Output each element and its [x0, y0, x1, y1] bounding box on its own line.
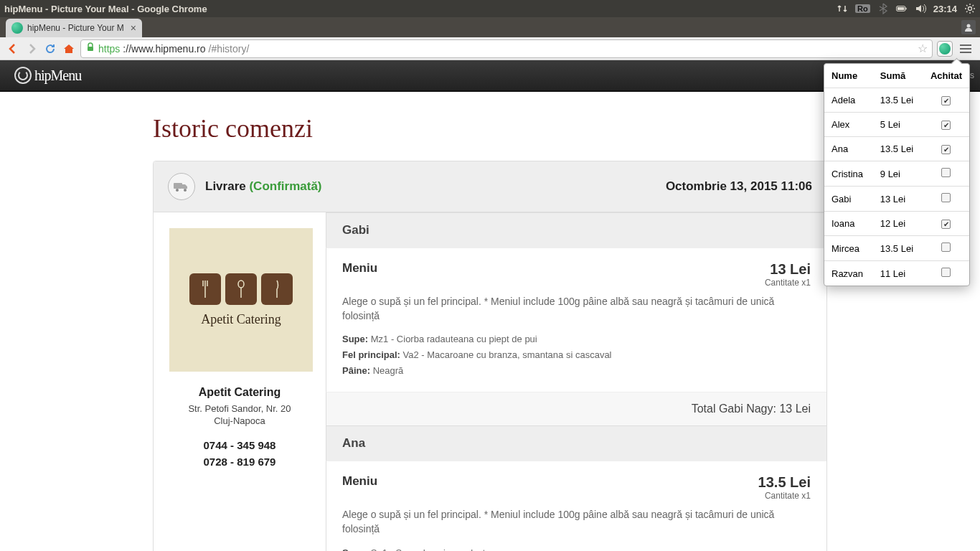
toolbar: https://www.hipmenu.ro/#history/ ☆	[0, 37, 980, 60]
restaurant-logo: Apetit Catering	[169, 228, 313, 372]
lock-icon	[85, 42, 95, 55]
keyboard-layout[interactable]: Ro	[855, 4, 870, 13]
back-button[interactable]	[6, 42, 20, 56]
col-paid: Achitat	[923, 64, 969, 88]
row-sum: 11 Lei	[873, 261, 923, 286]
paid-checkbox[interactable]	[941, 145, 951, 154]
home-button[interactable]	[62, 42, 76, 56]
url-protocol: https	[98, 43, 120, 55]
extension-popup: Nume Sumă Achitat Adela13.5 LeiAlex5 Lei…	[824, 63, 970, 286]
row-sum: 13 Lei	[873, 187, 923, 212]
row-name: Mircea	[824, 236, 873, 261]
row-sum: 13.5 Lei	[873, 137, 923, 161]
svg-point-4	[967, 24, 971, 28]
svg-point-8	[184, 189, 187, 192]
restaurant-name: Apetit Catering	[169, 386, 310, 399]
table-row: Gabi13 Lei	[824, 187, 969, 212]
browser-tab[interactable]: hipMenu - Picture Your M ×	[6, 19, 142, 37]
restaurant-phone-2: 0728 - 819 679	[169, 454, 310, 471]
item-description: Alege o supă și un fel principal. * Meni…	[342, 508, 811, 536]
row-sum: 13.5 Lei	[873, 236, 923, 261]
paid-checkbox[interactable]	[941, 268, 951, 277]
url-bar[interactable]: https://www.hipmenu.ro/#history/ ☆	[80, 39, 933, 58]
profile-icon[interactable]	[961, 20, 976, 34]
table-row: Alex5 Lei	[824, 113, 969, 137]
battery-icon[interactable]	[896, 3, 908, 14]
forward-button[interactable]	[24, 42, 39, 56]
site-logo[interactable]: hipMenu	[14, 67, 81, 84]
row-paid	[923, 236, 969, 261]
item-quantity: Cantitate x1	[765, 278, 811, 288]
table-row: Adela13.5 Lei	[824, 88, 969, 113]
order-date: Octombrie 13, 2015 11:06	[666, 179, 812, 194]
svg-point-9	[238, 281, 244, 288]
order-header: Livrare (Confirmată) Octombrie 13, 2015 …	[154, 161, 826, 212]
table-row: Mircea13.5 Lei	[824, 236, 969, 261]
restaurant-phone-1: 0744 - 345 948	[169, 438, 310, 454]
svg-rect-6	[174, 183, 182, 189]
url-host: ://www.hipmenu.ro	[123, 43, 205, 55]
row-name: Ana	[824, 137, 873, 161]
paid-checkbox[interactable]	[941, 168, 951, 177]
paid-checkbox[interactable]	[941, 121, 951, 130]
row-paid	[923, 137, 969, 161]
paid-checkbox[interactable]	[941, 220, 951, 229]
svg-point-7	[176, 189, 179, 192]
hamburger-menu[interactable]	[957, 42, 974, 55]
row-sum: 13.5 Lei	[873, 88, 923, 113]
row-paid	[923, 161, 969, 187]
row-name: Alex	[824, 113, 873, 137]
reload-button[interactable]	[43, 42, 57, 56]
row-paid	[923, 261, 969, 286]
tab-strip: hipMenu - Picture Your M ×	[0, 17, 980, 37]
col-name: Nume	[824, 64, 873, 88]
row-name: Adela	[824, 88, 873, 113]
sound-icon[interactable]	[915, 3, 926, 14]
delivery-status: Livrare (Confirmată)	[205, 179, 322, 194]
paid-checkbox[interactable]	[941, 193, 951, 202]
row-paid	[923, 212, 969, 236]
paid-checkbox[interactable]	[941, 96, 951, 105]
person-header: Gabi	[326, 212, 826, 248]
system-bar: hipMenu - Picture Your Meal - Google Chr…	[0, 0, 980, 17]
window-title: hipMenu - Picture Your Meal - Google Chr…	[4, 4, 837, 14]
extension-button[interactable]	[937, 41, 953, 57]
restaurant-address-1: Str. Petofi Sandor, Nr. 20	[169, 403, 310, 414]
logo-icon	[14, 67, 32, 84]
svg-rect-1	[905, 8, 906, 10]
row-paid	[923, 88, 969, 113]
fork-icon	[189, 273, 221, 305]
page-title: Istoric comenzi	[153, 113, 827, 143]
bookmark-star-icon[interactable]: ☆	[918, 42, 928, 55]
row-name: Razvan	[824, 261, 873, 286]
svg-rect-5	[88, 47, 93, 51]
order-card: Livrare (Confirmată) Octombrie 13, 2015 …	[153, 161, 827, 551]
favicon-icon	[11, 22, 23, 34]
tab-close-icon[interactable]: ×	[131, 22, 136, 34]
paid-checkbox[interactable]	[941, 242, 951, 252]
order-items: Gabi Meniu 13 Lei Cantitate x1 Alege o s…	[326, 212, 826, 551]
payment-table: Nume Sumă Achitat Adela13.5 LeiAlex5 Lei…	[824, 64, 969, 286]
row-sum: 9 Lei	[873, 161, 923, 187]
delivery-truck-icon	[168, 173, 195, 200]
row-paid	[923, 113, 969, 137]
extension-icon	[939, 43, 951, 55]
knife-icon	[261, 273, 293, 305]
order-item: Meniu 13 Lei Cantitate x1 Alege o supă ș…	[326, 248, 826, 392]
gear-icon[interactable]	[964, 3, 976, 14]
table-row: Razvan11 Lei	[824, 261, 969, 286]
clock[interactable]: 23:14	[933, 4, 957, 14]
bluetooth-icon[interactable]	[877, 3, 889, 14]
svg-point-3	[969, 7, 972, 11]
item-name: Meniu	[342, 474, 377, 489]
brand-text: hipMenu	[34, 67, 81, 84]
spoon-icon	[225, 273, 257, 305]
item-description: Alege o supă și un fel principal. * Meni…	[342, 295, 811, 323]
row-sum: 12 Lei	[873, 212, 923, 236]
network-icon[interactable]	[837, 3, 848, 14]
table-row: Cristina9 Lei	[824, 161, 969, 187]
tab-title: hipMenu - Picture Your M	[27, 23, 126, 33]
person-total: Total Gabi Nagy: 13 Lei	[326, 392, 826, 425]
person-header: Ana	[326, 425, 826, 461]
url-path: /#history/	[209, 43, 250, 55]
